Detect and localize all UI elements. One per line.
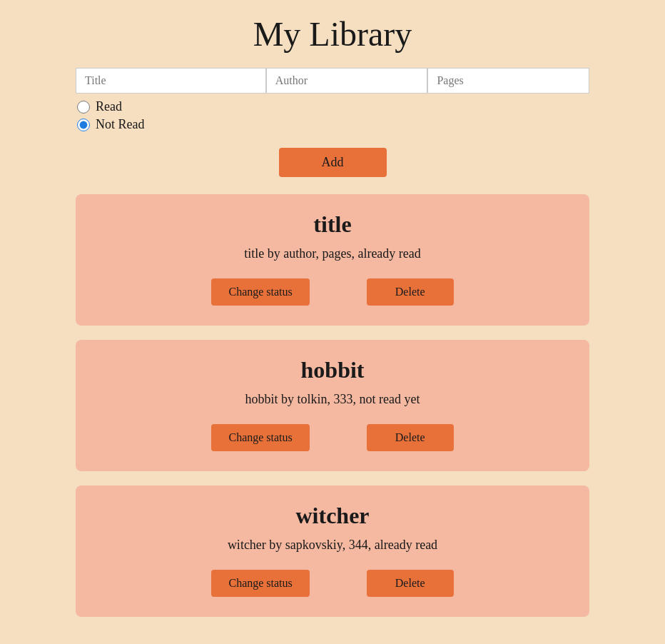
- change-status-button[interactable]: Change status: [211, 424, 309, 451]
- book-card: title title by author, pages, already re…: [76, 194, 589, 326]
- radio-notread-text: Not Read: [96, 117, 144, 132]
- page-title: My Library: [253, 14, 412, 54]
- radio-read[interactable]: [77, 101, 90, 114]
- book-card: witcher witcher by sapkovskiy, 344, alre…: [76, 485, 589, 617]
- delete-button[interactable]: Delete: [367, 570, 454, 597]
- radio-notread[interactable]: [77, 119, 90, 131]
- book-title: hobbit: [301, 357, 365, 383]
- book-actions: Change status Delete: [211, 570, 453, 597]
- radio-read-text: Read: [96, 99, 122, 114]
- book-description: title by author, pages, already read: [244, 246, 421, 261]
- delete-button[interactable]: Delete: [367, 278, 454, 306]
- book-actions: Change status Delete: [211, 424, 453, 451]
- add-button[interactable]: Add: [279, 148, 387, 177]
- book-form: Read Not Read: [76, 68, 589, 141]
- title-input[interactable]: [76, 68, 266, 94]
- book-title: title: [313, 211, 351, 238]
- pages-input[interactable]: [427, 68, 589, 94]
- book-description: witcher by sapkovskiy, 344, already read: [228, 538, 437, 553]
- book-card: hobbit hobbit by tolkin, 333, not read y…: [76, 340, 589, 471]
- radio-read-label[interactable]: Read: [77, 99, 144, 114]
- add-button-row: Add: [76, 148, 589, 177]
- books-container: title title by author, pages, already re…: [76, 194, 589, 617]
- change-status-button[interactable]: Change status: [211, 278, 309, 306]
- book-actions: Change status Delete: [211, 278, 453, 306]
- author-input[interactable]: [266, 68, 428, 94]
- read-status-group: Read Not Read: [77, 99, 144, 132]
- radio-notread-label[interactable]: Not Read: [77, 117, 144, 132]
- change-status-button[interactable]: Change status: [211, 570, 309, 597]
- book-description: hobbit by tolkin, 333, not read yet: [245, 392, 420, 407]
- input-row: [76, 68, 589, 94]
- book-title: witcher: [295, 503, 369, 529]
- delete-button[interactable]: Delete: [367, 424, 454, 451]
